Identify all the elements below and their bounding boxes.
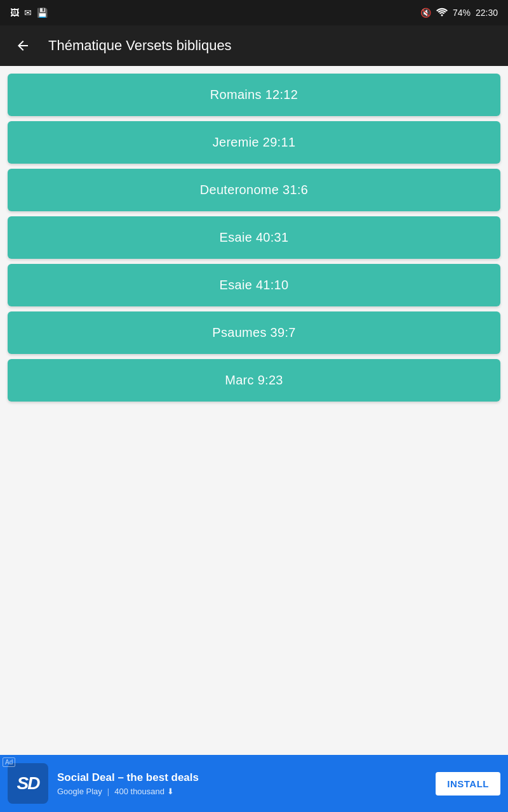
email-icon: ✉ [24,8,32,18]
ad-banner: Ad SD Social Deal – the best deals Googl… [0,755,508,812]
ad-divider: | [107,787,109,796]
verse-button-2[interactable]: Deuteronome 31:6 [8,169,500,211]
verse-button-5[interactable]: Psaumes 39:7 [8,311,500,354]
verse-button-3[interactable]: Esaie 40:31 [8,216,500,259]
sd-icon: 💾 [37,8,48,18]
content-area: Romains 12:12 Jeremie 29:11 Deuteronome … [0,66,508,755]
status-bar-right: 🔇 74% 22:30 [420,8,498,18]
mute-icon: 🔇 [420,8,431,18]
ad-downloads: 400 thousand ⬇ [114,787,174,796]
ad-logo: SD [8,763,48,804]
app-bar: Thématique Versets bibliques [0,25,508,66]
clock: 22:30 [476,8,498,18]
verse-button-6[interactable]: Marc 9:23 [8,359,500,402]
battery-percentage: 74% [453,8,471,18]
back-button[interactable] [10,33,36,58]
download-icon: ⬇ [167,787,174,796]
status-bar: 🖼 ✉ 💾 🔇 74% 22:30 [0,0,508,25]
ad-meta: Google Play | 400 thousand ⬇ [57,787,427,796]
ad-install-button[interactable]: INSTALL [436,772,500,796]
ad-title: Social Deal – the best deals [57,771,427,784]
ad-download-count: 400 thousand [114,787,164,796]
photo-icon: 🖼 [10,8,19,18]
status-bar-left: 🖼 ✉ 💾 [10,8,48,18]
wifi-icon [436,8,448,18]
app-bar-title: Thématique Versets bibliques [48,37,232,54]
svg-point-0 [441,14,443,16]
ad-content: Social Deal – the best deals Google Play… [57,771,427,796]
verse-button-1[interactable]: Jeremie 29:11 [8,121,500,164]
verse-button-4[interactable]: Esaie 41:10 [8,264,500,306]
ad-indicator: Ad [3,757,15,767]
ad-source: Google Play [57,787,102,796]
verse-button-0[interactable]: Romains 12:12 [8,74,500,116]
